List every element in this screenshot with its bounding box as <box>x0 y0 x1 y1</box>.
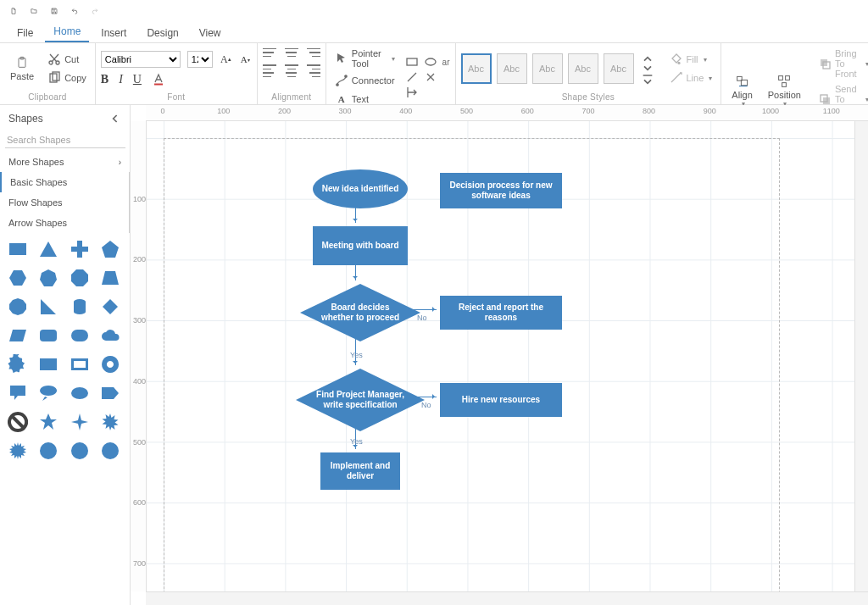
category-arrow-shapes[interactable]: Arrow Shapes <box>0 213 130 233</box>
font-size-combo[interactable]: 12 <box>187 51 213 68</box>
panel-collapse-icon[interactable] <box>108 112 121 125</box>
vertical-scrollbar[interactable] <box>854 121 868 591</box>
style-swatch-1[interactable]: Abc <box>461 53 492 84</box>
shape-arrow-pentagon[interactable] <box>99 382 121 404</box>
connector-tool-button[interactable]: Connector <box>331 72 398 89</box>
shape-roundrect2[interactable] <box>69 325 91 347</box>
flow-node-n3[interactable]: Board decides whether to proceed <box>300 284 420 341</box>
qat-new[interactable] <box>5 3 22 19</box>
flow-node-n7[interactable]: Implement and deliver <box>320 452 400 490</box>
style-swatch-3[interactable]: Abc <box>532 53 563 84</box>
shape-oval-callout[interactable] <box>37 382 59 404</box>
align-center-button[interactable] <box>285 64 298 79</box>
shape-star16[interactable] <box>37 440 59 462</box>
tab-home[interactable]: Home <box>45 22 89 42</box>
shape-parallelogram[interactable] <box>7 325 29 347</box>
connector[interactable] <box>355 335 356 365</box>
shape-rtriangle[interactable] <box>37 296 59 318</box>
connector-label: Yes <box>350 437 363 446</box>
bold-button[interactable]: B <box>101 73 108 86</box>
shape-pentagon[interactable] <box>99 238 121 260</box>
flow-node-n6[interactable]: Hire new resources <box>440 383 562 417</box>
tab-design[interactable]: Design <box>138 24 186 42</box>
tab-insert[interactable]: Insert <box>92 24 135 42</box>
diagram-viewport[interactable]: New idea identifiedMeeting with boardBoa… <box>147 121 854 591</box>
pointer-tool-button[interactable]: Pointer Tool▾ <box>331 47 398 70</box>
shape-callout[interactable] <box>7 382 29 404</box>
line-tool-icon[interactable] <box>405 70 419 84</box>
shape-roundrect[interactable] <box>37 325 59 347</box>
shape-star4[interactable] <box>69 411 91 433</box>
flow-node-n8[interactable]: Decision process for new software ideas <box>440 173 562 208</box>
shape-star8[interactable] <box>99 411 121 433</box>
shape-plus[interactable] <box>69 238 91 260</box>
horizontal-scrollbar[interactable] <box>146 591 868 605</box>
shape-no[interactable] <box>7 411 29 433</box>
shape-donut[interactable] <box>99 353 121 375</box>
shape-diamond[interactable] <box>99 296 121 318</box>
align-bottom-button[interactable] <box>307 47 320 58</box>
connector[interactable] <box>355 258 356 280</box>
italic-button[interactable]: I <box>119 73 123 86</box>
shape-triangle[interactable] <box>37 238 59 260</box>
ellipse-tool-icon[interactable] <box>424 55 437 69</box>
shape-burst[interactable] <box>7 353 29 375</box>
grow-font-icon[interactable]: A▴ <box>220 53 232 66</box>
flow-node-n1[interactable]: New idea identified <box>313 169 408 208</box>
align-middle-button[interactable] <box>285 47 298 58</box>
line-button[interactable]: Line▾ <box>666 69 716 86</box>
delete-tool-icon[interactable] <box>424 70 437 84</box>
flow-node-n5[interactable]: Find Project Manager, write specificatio… <box>296 369 425 431</box>
tab-file[interactable]: File <box>8 24 42 42</box>
shape-star5[interactable] <box>37 411 59 433</box>
svg-rect-13 <box>779 75 783 80</box>
underline-button[interactable]: U <box>133 73 142 86</box>
fill-button[interactable]: Fill▾ <box>666 51 716 68</box>
category-flow-shapes[interactable]: Flow Shapes <box>0 192 130 213</box>
shape-heptagon[interactable] <box>37 267 59 289</box>
group-shapestyles: Abc Abc Abc Abc Abc Fill▾ Line▾ Shape St… <box>456 43 722 104</box>
paste-button[interactable]: Paste <box>5 47 39 91</box>
flow-node-n2[interactable]: Meeting with board <box>313 226 408 265</box>
shape-star24[interactable] <box>69 440 91 462</box>
align-top-button[interactable] <box>263 47 276 58</box>
category-basic-shapes[interactable]: Basic Shapes <box>0 172 130 192</box>
shape-star32[interactable] <box>99 440 121 462</box>
connector[interactable] <box>355 202 356 223</box>
search-shapes-input[interactable] <box>5 132 125 148</box>
shrink-font-icon[interactable]: A▾ <box>239 53 252 66</box>
copy-button[interactable]: Copy <box>44 69 90 86</box>
font-family-combo[interactable]: Calibri <box>101 51 181 68</box>
shape-octagon[interactable] <box>69 267 91 289</box>
flow-node-n4[interactable]: Reject and report the reasons <box>440 296 562 330</box>
bring-to-front-button[interactable]: Bring To Front▾ <box>815 47 868 80</box>
arc-tool-icon[interactable]: ar <box>442 58 450 67</box>
ribbon-tabs: File Home Insert Design View <box>0 22 868 43</box>
more-shapes-button[interactable]: More Shapes › <box>0 152 130 172</box>
shape-trapezoid[interactable] <box>99 267 121 289</box>
qat-save[interactable] <box>46 3 63 19</box>
shape-rect[interactable] <box>7 238 29 260</box>
freeform-tool-icon[interactable] <box>405 86 419 99</box>
style-swatch-2[interactable]: Abc <box>497 53 527 84</box>
align-right-button[interactable] <box>307 64 320 79</box>
shape-frame[interactable] <box>69 353 91 375</box>
shape-hexagon[interactable] <box>7 267 29 289</box>
rectangle-tool-icon[interactable] <box>405 55 419 69</box>
shape-decagon[interactable] <box>7 296 29 318</box>
shape-cloud[interactable] <box>99 325 121 347</box>
cut-button[interactable]: Cut <box>44 51 90 68</box>
style-swatch-5[interactable]: Abc <box>604 53 634 84</box>
style-swatch-4[interactable]: Abc <box>568 53 598 84</box>
shape-star-burst[interactable] <box>7 440 29 462</box>
shape-rect2[interactable] <box>37 353 59 375</box>
qat-undo[interactable] <box>66 3 83 19</box>
tab-view[interactable]: View <box>191 24 230 42</box>
shape-cylinder[interactable] <box>69 296 91 318</box>
align-left-button[interactable] <box>263 64 276 79</box>
style-more-icon[interactable] <box>641 74 654 84</box>
shape-oval[interactable] <box>69 382 91 404</box>
qat-open[interactable] <box>25 3 42 19</box>
qat-redo[interactable] <box>86 3 103 19</box>
font-color-button[interactable] <box>152 73 165 86</box>
